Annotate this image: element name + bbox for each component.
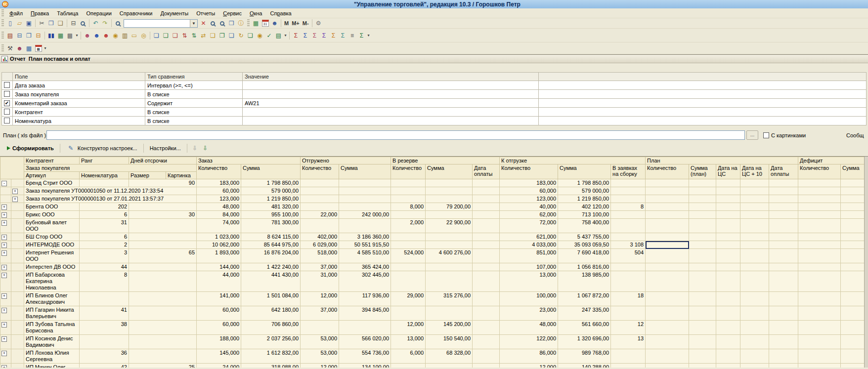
shipped-qty-cell[interactable]: 12,000 [301,292,339,306]
plan-pay-cell[interactable] [769,179,798,187]
date-cs-cell[interactable] [716,211,740,219]
delay-days-cell[interactable]: 90 [129,179,197,187]
rank-cell[interactable]: 8 [80,271,129,292]
assembly-cell[interactable]: 12 [611,321,646,335]
contractor-cell[interactable]: Интерстеп ДВ ООО [24,263,80,271]
copies-icon[interactable]: ❒ [227,19,236,28]
ship-qty-cell[interactable]: 107,000 [500,263,558,271]
reserve-qty-cell[interactable]: 2,000 [391,219,426,233]
reserve-sum-cell[interactable] [426,187,473,195]
deficit-qty-cell[interactable] [798,271,841,292]
plan-sum-cell[interactable] [689,335,716,349]
sigma-doc-teal-icon[interactable]: Σ [338,31,347,40]
shipped-sum-cell[interactable]: 365 424,00 [339,263,391,271]
date-cs10-cell[interactable] [740,292,769,306]
deficit-sum-cell[interactable] [841,179,865,187]
plan-sum-cell[interactable] [689,263,716,271]
date-cs10-cell[interactable] [740,249,769,263]
column-header[interactable]: Сумма [339,164,391,179]
order-qty-cell[interactable]: 60,000 [197,187,241,195]
reserve-sum-cell[interactable]: 79 200,00 [426,203,473,211]
doc-coins-icon[interactable]: ❏ [208,31,217,40]
delay-days-cell[interactable]: 30 [129,211,197,219]
delay-days-cell[interactable] [129,292,197,306]
assembly-cell[interactable]: 8 [611,203,646,211]
pay-date-cell[interactable] [473,187,500,195]
sigma-doc-violet-icon[interactable]: Σ [319,31,329,40]
date-cs-cell[interactable] [716,195,740,203]
shipped-sum-cell[interactable]: 134 100,00 [339,364,391,368]
deficit-qty-cell[interactable] [798,233,841,241]
reserve-qty-cell[interactable] [391,241,426,249]
deficit-qty-cell[interactable] [798,241,841,249]
filter-checkbox[interactable] [4,91,10,97]
doc-plus-icon[interactable]: ❏ [246,31,255,40]
column-header[interactable]: Сумма [558,164,611,179]
shipped-qty-cell[interactable] [301,179,339,187]
deficit-qty-cell[interactable] [798,211,841,219]
rank-cell[interactable]: 6 [80,211,129,219]
date-cs-cell[interactable] [716,271,740,292]
plan-sum-cell[interactable] [689,249,716,263]
menubar-grip[interactable] [1,9,4,17]
calculator-edit-icon[interactable]: ▩ [65,31,75,40]
plan-qty-cell[interactable] [646,211,689,219]
ship-qty-cell[interactable]: 86,000 [500,349,558,364]
date-cs-cell[interactable] [716,179,740,187]
coins-doc-icon[interactable]: ◉ [255,31,264,40]
column-group-header[interactable]: Дефицит [798,157,865,164]
date-cs-cell[interactable] [716,364,740,368]
deficit-sum-cell[interactable] [841,292,865,306]
ship-sum-cell[interactable]: 5 437 755,00 [558,233,611,241]
coins-exchange-icon[interactable]: ⇄ [199,31,208,40]
deficit-sum-cell[interactable] [841,203,865,211]
deficit-sum-cell[interactable] [841,271,865,292]
assembly-cell[interactable] [611,271,646,292]
delay-days-cell[interactable] [129,306,197,321]
assembly-cell[interactable] [611,219,646,233]
assembly-cell[interactable] [611,263,646,271]
expand-icon[interactable]: + [1,243,7,248]
customer-coins-icon[interactable]: ☻ [83,31,92,40]
memory-minus-icon[interactable]: M- [301,20,310,26]
filter-field-cell[interactable]: Заказ покупателя [13,90,145,99]
sigma-person-red-icon[interactable]: Σ [291,31,301,40]
deficit-qty-cell[interactable] [798,263,841,271]
shipped-qty-cell[interactable] [301,321,339,335]
date-cs-cell[interactable] [716,349,740,364]
sigma-doc-orange-icon[interactable]: Σ [329,31,338,40]
delay-days-cell[interactable] [129,241,197,249]
order-qty-cell[interactable]: 48,000 [197,203,241,211]
order-sum-cell[interactable]: 441 430,00 [241,271,301,292]
shipped-sum-cell[interactable] [339,203,391,211]
plan-pay-cell[interactable] [769,249,798,263]
deficit-sum-cell[interactable] [841,249,865,263]
new-document-icon[interactable]: ▯ [5,19,15,28]
date-cs10-cell[interactable] [740,203,769,211]
assembly-cell[interactable] [611,211,646,219]
plan-sum-cell[interactable] [689,321,716,335]
reserve-qty-cell[interactable] [391,233,426,241]
plan-qty-cell[interactable] [646,249,689,263]
plan-sum-cell[interactable] [689,203,716,211]
column-group-header[interactable]: Дней отсрочки [129,157,197,164]
shipped-sum-cell[interactable]: 566 020,00 [339,335,391,349]
expand-icon[interactable]: + [1,265,7,270]
ship-sum-cell[interactable]: 1 056 816,00 [558,263,611,271]
doc-export-green-icon[interactable]: ❏ [161,31,171,40]
deficit-sum-cell[interactable] [841,335,865,349]
reserve-qty-cell[interactable] [391,179,426,187]
shipped-sum-cell[interactable]: 242 000,00 [339,211,391,219]
shipped-sum-cell[interactable]: 394 845,00 [339,306,391,321]
shipped-qty-cell[interactable]: 37,000 [301,306,339,321]
filter-field-cell[interactable]: Дата заказа [13,81,145,90]
shipped-sum-cell[interactable] [339,219,391,233]
deficit-sum-cell[interactable] [841,306,865,321]
reserve-sum-cell[interactable] [426,179,473,187]
deficit-qty-cell[interactable] [798,335,841,349]
coins-pair-icon[interactable]: ◎ [139,31,148,40]
assembly-cell[interactable]: 3 108 [611,241,646,249]
contractor-cell[interactable]: ИП Зубова Татьяна Борисовна [24,321,80,335]
deficit-sum-cell[interactable] [841,233,865,241]
order-sum-cell[interactable]: 1 798 850,00 [241,179,301,187]
